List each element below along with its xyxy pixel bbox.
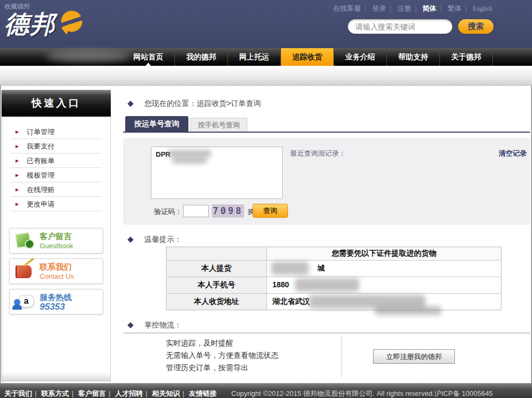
guestbook-icon [14, 231, 35, 252]
captcha-input[interactable] [183, 205, 209, 217]
footer-link-about[interactable]: 关于我们 [4, 389, 39, 397]
hotline-number: 95353 [40, 302, 72, 311]
contact-subtitle: Contact Us [40, 272, 74, 281]
query-submit-button[interactable]: 查询 [253, 204, 288, 218]
sidebar-item-order-management[interactable]: ▸ 订单管理 [11, 125, 102, 139]
hotline-card[interactable]: a 服务热线 95353 [9, 289, 103, 315]
captcha-label: 验证码： [154, 207, 182, 217]
blurred-region [295, 278, 359, 292]
pickup-credentials-table: 您需要凭以下证件提取进的货物 本人提货 城 本人手机号 1880 本人收货地址 … [166, 247, 501, 310]
hotline-title: 服务热线 [40, 292, 72, 302]
diamond-icon: ◆ [127, 98, 134, 108]
arrow-bullet-icon: ▸ [16, 197, 19, 211]
table-row: 本人提货 城 [166, 260, 501, 277]
diamond-icon: ◆ [127, 234, 134, 243]
main-nav: 网站首页 我的德邦 网上托运 追踪收货 业务介绍 帮助支持 关于德邦 [0, 48, 532, 66]
page: 收藏德邦 德邦 专注你的托付 在线客服 登录 注册 简体 繁体 English … [0, 0, 532, 398]
clear-records-link[interactable]: 清空记录 [499, 149, 527, 158]
captcha-image: 7098 [212, 204, 244, 218]
guestbook-title: 客户留言 [40, 231, 73, 241]
footer-link-contact[interactable]: 联系方式 [41, 389, 76, 397]
feature-line: 实时追踪，及时提醒 [166, 337, 278, 349]
sidebar-item-templates[interactable]: ▸ 模板管理 [11, 168, 102, 182]
logo-text: 德邦 [4, 10, 56, 38]
feature-line: 无需输入单号，方便查看物流状态 [166, 349, 278, 362]
tips-section-title: ◆ 温馨提示： [127, 234, 181, 244]
footer: 关于我们 联系方式 客户留言 人才招聘 相关知识 友情链接 Copyright … [0, 383, 532, 398]
sub-strip [0, 66, 532, 86]
query-form-panel: DPR 验证码： 7098 换一张 查询 最近查询混记录： 清空记录 [123, 138, 530, 225]
search-input[interactable] [348, 19, 452, 34]
copyright: Copyright ©2012-2015 德邦物流股份有限公司. All rig… [231, 389, 493, 398]
search-button[interactable]: 搜索 [458, 19, 493, 34]
guestbook-subtitle: Guestbook [40, 241, 73, 250]
guestbook-card[interactable]: 客户留言 Guestbook [9, 228, 103, 254]
footer-link-friends[interactable]: 友情链接 [189, 389, 217, 397]
nav-items: 网站首页 我的德邦 网上托运 追踪收货 业务介绍 帮助支持 关于德邦 [122, 48, 493, 66]
sidebar-item-claims[interactable]: ▸ 在线理赔 [11, 182, 102, 197]
arrow-bullet-icon: ▸ [16, 182, 19, 197]
logo-arrow-icon [59, 10, 85, 40]
sidebar-title: 快速入口 [2, 90, 111, 117]
link-simplified[interactable]: 简体 [422, 4, 445, 12]
nav-item-track-receive[interactable]: 追踪收货 [281, 48, 334, 66]
nav-item-services[interactable]: 业务介绍 [334, 48, 387, 66]
sidebar-item-bills[interactable]: ▸ 已有账单 [11, 154, 102, 168]
waybill-input[interactable]: DPR [151, 147, 283, 199]
divider [123, 333, 530, 333]
nav-item-online-shipping[interactable]: 网上托运 [228, 48, 281, 66]
footer-link-careers[interactable]: 人才招聘 [115, 389, 150, 397]
table-row: 本人收货地址 湖北省武汉 [166, 293, 501, 310]
contact-title: 联系我们 [40, 262, 74, 272]
recent-queries-label: 最近查询混记录： [290, 149, 346, 158]
feature-line: 管理历史订单，按需导出 [166, 362, 278, 374]
arrow-bullet-icon: ▸ [16, 139, 19, 154]
blurred-region [309, 295, 425, 309]
diamond-icon: ◆ [127, 320, 134, 329]
sidebar-item-change-request[interactable]: ▸ 更改申请 [11, 197, 102, 211]
link-traditional[interactable]: 繁体 [447, 4, 470, 12]
link-online-service[interactable]: 在线客服 [333, 4, 370, 12]
tab-waybill-query[interactable]: 按运单号查询 [125, 116, 188, 132]
sidebar: 快速入口 ▸ 订单管理 ▸ 我要支付 ▸ 已有账单 ▸ 模板管理 ▸ 在线理赔 [2, 90, 111, 381]
sidebar-menu: ▸ 订单管理 ▸ 我要支付 ▸ 已有账单 ▸ 模板管理 ▸ 在线理赔 ▸ 更改申… [11, 125, 102, 211]
contact-us-icon [14, 261, 35, 282]
blurred-watermark [45, 51, 131, 62]
blurred-region [168, 150, 211, 157]
arrow-bullet-icon: ▸ [16, 154, 19, 168]
link-english[interactable]: English [473, 5, 492, 12]
contact-card[interactable]: 联系我们 Contact Us [9, 258, 103, 284]
vertical-divider [341, 336, 341, 378]
top-header: 收藏德邦 德邦 专注你的托付 在线客服 登录 注册 简体 繁体 English … [0, 0, 532, 48]
query-tabs: 按运单号查询 按手机号查询 [123, 117, 530, 133]
nav-item-my-deppon[interactable]: 我的德邦 [175, 48, 228, 66]
blurred-region [172, 157, 207, 164]
table-header-cell: 您需要凭以下证件提取进的货物 [267, 247, 501, 260]
footer-link-knowledge[interactable]: 相关知识 [152, 389, 187, 397]
link-login[interactable]: 登录 [372, 4, 395, 12]
arrow-bullet-icon: ▸ [16, 125, 19, 139]
footer-link-guestbook[interactable]: 客户留言 [78, 389, 113, 397]
nav-item-help[interactable]: 帮助支持 [387, 48, 440, 66]
logo[interactable]: 德邦 专注你的托付 [4, 11, 56, 37]
table-header-row: 您需要凭以下证件提取进的货物 [166, 247, 501, 260]
tab-phone-query[interactable]: 按手机号查询 [191, 118, 247, 132]
top-links: 在线客服 登录 注册 简体 繁体 English [332, 4, 492, 13]
logistics-section-title: ◆ 掌控物流： [127, 320, 181, 330]
sidebar-item-pay[interactable]: ▸ 我要支付 [11, 139, 102, 154]
table-row: 本人手机号 1880 [166, 277, 501, 293]
nav-item-about[interactable]: 关于德邦 [440, 48, 493, 66]
footer-links: 关于我们 联系方式 客户留言 人才招聘 相关知识 友情链接 [4, 389, 217, 398]
service-hotline-icon: a [14, 292, 35, 313]
register-my-deppon-button[interactable]: 立即注册我的德邦 [373, 349, 455, 364]
nav-item-home[interactable]: 网站首页 [122, 48, 175, 66]
breadcrumb: ◆ 您现在的位置：追踪收货>订单查询 [127, 98, 261, 109]
logistics-features: 实时追踪，及时提醒 无需输入单号，方便查看物流状态 管理历史订单，按需导出 [166, 337, 278, 374]
arrow-bullet-icon: ▸ [16, 168, 19, 182]
link-register[interactable]: 注册 [397, 4, 420, 12]
